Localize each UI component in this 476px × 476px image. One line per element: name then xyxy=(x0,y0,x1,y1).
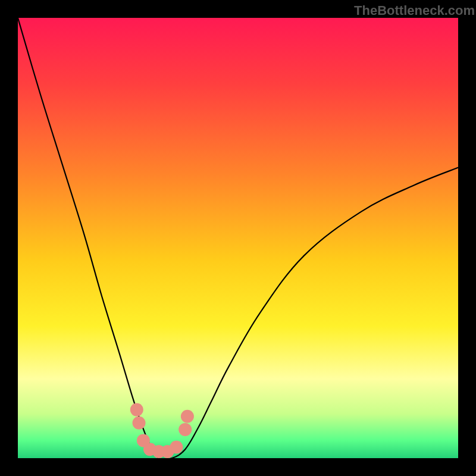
plot-area xyxy=(18,18,458,458)
marker-point xyxy=(130,403,143,416)
marker-point xyxy=(170,441,183,454)
chart-container: TheBottleneck.com xyxy=(0,0,476,476)
marker-point xyxy=(133,416,146,430)
watermark-label: TheBottleneck.com xyxy=(354,3,475,18)
marker-point xyxy=(178,423,192,436)
gradient-background xyxy=(18,18,458,458)
marker-point xyxy=(181,410,194,423)
chart-svg xyxy=(18,18,458,458)
